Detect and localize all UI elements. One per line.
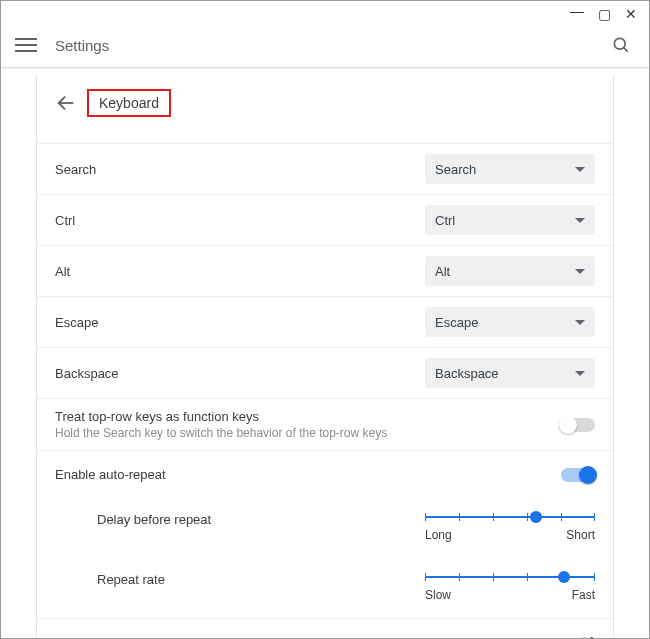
keymap-row-alt: Alt Alt — [37, 245, 613, 296]
keymap-row-search: Search Search — [37, 143, 613, 194]
chevron-down-icon — [575, 269, 585, 274]
search-icon[interactable] — [611, 35, 631, 55]
toggle-label: Treat top-row keys as function keys — [55, 409, 561, 424]
keymap-select-backspace[interactable]: Backspace — [425, 358, 595, 388]
slider-knob[interactable] — [558, 571, 570, 583]
keymap-label: Backspace — [55, 366, 425, 381]
toggle-sublabel: Hold the Search key to switch the behavi… — [55, 426, 561, 440]
keymap-select-search[interactable]: Search — [425, 154, 595, 184]
maximize-icon[interactable]: ▢ — [598, 7, 611, 21]
external-link-icon — [579, 635, 595, 639]
slider-row-rate: Repeat rate Slow Fast — [37, 558, 613, 618]
select-value: Backspace — [435, 366, 499, 381]
page-title-highlight: Keyboard — [87, 89, 171, 117]
keymap-select-ctrl[interactable]: Ctrl — [425, 205, 595, 235]
keymap-label: Search — [55, 162, 425, 177]
chevron-down-icon — [575, 320, 585, 325]
keymap-row-ctrl: Ctrl Ctrl — [37, 194, 613, 245]
select-value: Escape — [435, 315, 478, 330]
slider-right-label: Fast — [572, 588, 595, 602]
slider-left-label: Slow — [425, 588, 451, 602]
toggle-auto-repeat[interactable] — [561, 468, 595, 482]
close-icon[interactable]: ✕ — [625, 7, 637, 21]
keymap-row-backspace: Backspace Backspace — [37, 347, 613, 398]
toggle-label: Enable auto-repeat — [55, 467, 561, 482]
keymap-label: Ctrl — [55, 213, 425, 228]
toggle-fn-keys[interactable] — [561, 418, 595, 432]
chevron-down-icon — [575, 218, 585, 223]
keymap-row-escape: Escape Escape — [37, 296, 613, 347]
page-title: Keyboard — [99, 95, 159, 111]
slider-row-delay: Delay before repeat Long Short — [37, 498, 613, 558]
toggle-row-auto-repeat: Enable auto-repeat — [37, 450, 613, 498]
svg-point-0 — [614, 38, 625, 49]
slider-right-label: Short — [566, 528, 595, 542]
topbar: Settings — [1, 23, 649, 67]
svg-line-1 — [624, 48, 628, 52]
keymap-select-escape[interactable]: Escape — [425, 307, 595, 337]
minimize-icon[interactable]: — — [570, 4, 584, 18]
select-value: Search — [435, 162, 476, 177]
keymap-label: Escape — [55, 315, 425, 330]
link-view-shortcuts[interactable]: View keyboard shortcuts — [37, 618, 613, 639]
chevron-down-icon — [575, 371, 585, 376]
panel-header: Keyboard — [37, 75, 613, 131]
slider-label: Delay before repeat — [97, 510, 425, 527]
select-value: Ctrl — [435, 213, 455, 228]
slider-label: Repeat rate — [97, 570, 425, 587]
app-title: Settings — [55, 37, 611, 54]
link-label: View keyboard shortcuts — [55, 636, 579, 640]
chevron-down-icon — [575, 167, 585, 172]
settings-panel: Keyboard Search Search Ctrl Ctrl Alt Alt — [36, 75, 614, 639]
slider-delay[interactable] — [425, 510, 595, 524]
keymap-select-alt[interactable]: Alt — [425, 256, 595, 286]
menu-icon[interactable] — [15, 34, 37, 56]
slider-knob[interactable] — [530, 511, 542, 523]
toggle-row-fn-keys: Treat top-row keys as function keys Hold… — [37, 398, 613, 450]
keymap-label: Alt — [55, 264, 425, 279]
back-icon[interactable] — [55, 92, 77, 114]
select-value: Alt — [435, 264, 450, 279]
slider-left-label: Long — [425, 528, 452, 542]
slider-rate[interactable] — [425, 570, 595, 584]
window-controls: — ▢ ✕ — [1, 1, 649, 23]
